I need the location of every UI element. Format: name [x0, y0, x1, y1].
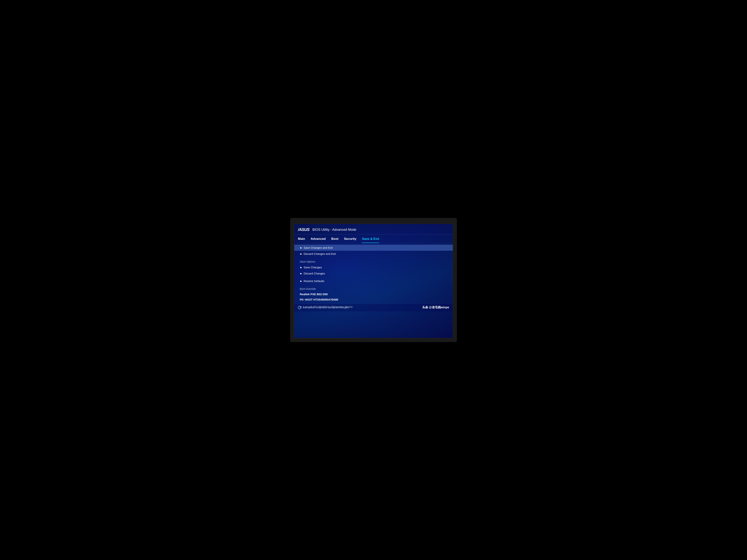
save-changes-label: Save Changes: [304, 266, 322, 269]
footer-brand: 头条 @老毛桃winpe: [422, 305, 449, 310]
boot-override-label: Boot Override: [294, 286, 453, 292]
discard-changes-item[interactable]: ► Discard Changes: [294, 270, 453, 276]
restore-defaults-item[interactable]: ► Restore Defaults: [294, 278, 453, 284]
realtek-pxe-item[interactable]: Realtek PXE B02 D00: [294, 292, 453, 297]
save-changes-exit-label: Save Changes and Exit: [304, 246, 333, 249]
arrow-icon: ►: [300, 279, 303, 283]
info-icon: i: [298, 306, 301, 309]
discard-changes-exit-item[interactable]: ► Discard Changes and Exit: [294, 251, 453, 257]
hgst-drive-item[interactable]: P0: HGST HTS545050A7E680: [294, 297, 453, 302]
tab-advanced[interactable]: Advanced: [311, 237, 326, 243]
restore-defaults-label: Restore Defaults: [304, 279, 325, 283]
hgst-drive-label: P0: HGST HTS545050A7E680: [300, 298, 338, 301]
monitor-bezel: ASUS BIOS Utility - Advanced Mode Main A…: [290, 218, 457, 342]
footer-info-text: Exit system setup after saving the chang…: [303, 306, 349, 309]
arrow-icon: ►: [300, 252, 303, 256]
arrow-icon: ►: [300, 272, 303, 275]
tab-main[interactable]: Main: [298, 237, 305, 243]
discard-changes-exit-label: Discard Changes and Exit: [304, 252, 336, 256]
asus-logo: ASUS: [298, 227, 309, 232]
save-options-label: Save Options: [294, 258, 453, 264]
footer: i Exit system setup after saving the cha…: [294, 303, 453, 311]
save-changes-item[interactable]: ► Save Changes: [294, 264, 453, 270]
bios-title: BIOS Utility - Advanced Mode: [312, 228, 356, 232]
arrow-icon: ►: [300, 246, 303, 249]
nav-bar: Main Advanced Boot Security Save & Exit: [294, 235, 453, 243]
menu-area: ► Save Changes and Exit ► Discard Change…: [294, 243, 453, 311]
tab-boot[interactable]: Boot: [331, 237, 338, 243]
footer-info: i Exit system setup after saving the cha…: [298, 306, 349, 309]
save-changes-exit-item[interactable]: ► Save Changes and Exit: [294, 245, 453, 251]
bios-header: ASUS BIOS Utility - Advanced Mode: [294, 224, 453, 235]
arrow-icon: ►: [300, 266, 303, 269]
tab-save-exit[interactable]: Save & Exit: [362, 237, 379, 243]
bios-screen: ASUS BIOS Utility - Advanced Mode Main A…: [294, 223, 453, 338]
tab-security[interactable]: Security: [344, 237, 357, 243]
discard-changes-label: Discard Changes: [304, 272, 325, 275]
realtek-pxe-label: Realtek PXE B02 D00: [300, 293, 328, 296]
